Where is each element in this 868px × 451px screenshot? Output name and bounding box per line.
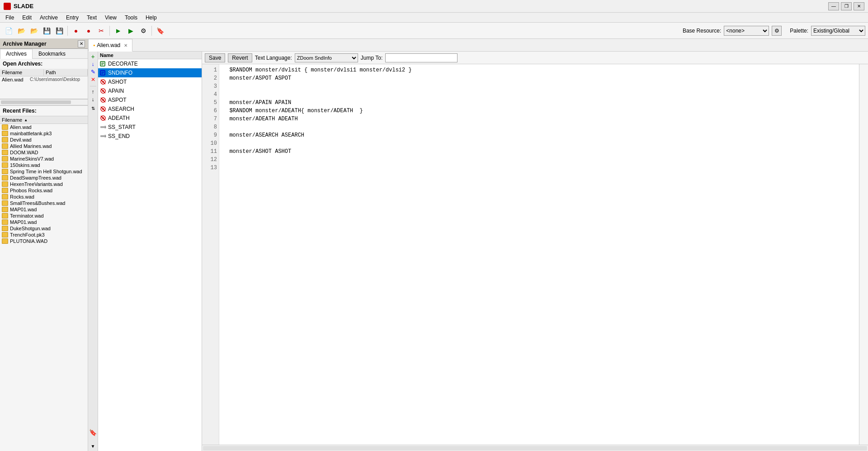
tab-archives[interactable]: Archives (0, 49, 33, 59)
recent-file-row[interactable]: MAP01.wad (0, 219, 88, 225)
menu-view[interactable]: View (101, 14, 120, 22)
entry-row[interactable]: APAIN (98, 86, 202, 95)
entry-row[interactable]: ADEATH (98, 114, 202, 123)
tab-close-button[interactable]: ✕ (124, 43, 127, 48)
restore-button[interactable]: ❐ (841, 2, 852, 10)
minimize-button[interactable]: — (828, 2, 839, 10)
entry-scroll-down-icon[interactable]: ▼ (90, 443, 97, 449)
save-button[interactable]: 💾 (41, 25, 52, 37)
entry-type-icon (100, 133, 106, 139)
menu-entry[interactable]: Entry (62, 14, 82, 22)
h-scrollbar[interactable] (202, 445, 868, 451)
left-hscroll[interactable] (0, 99, 88, 105)
open-recent-button[interactable]: 📂 (28, 25, 40, 37)
recent-file-row[interactable]: TrenchFoot.pk3 (0, 232, 88, 238)
sort-arrow-icon: ▲ (24, 118, 28, 122)
entry-up-icon[interactable]: ↑ (90, 89, 97, 95)
menu-archive[interactable]: Archive (36, 14, 61, 22)
line-number: 10 (204, 139, 217, 147)
recent-file-row[interactable]: mainbattletank.pk3 (0, 130, 88, 137)
entry-type-icon (100, 97, 106, 103)
entry-row[interactable]: SS_END (98, 132, 202, 141)
recent-file-row[interactable]: Rocks.wad (0, 194, 88, 200)
tab-bookmarks[interactable]: Bookmarks (33, 49, 71, 58)
run-btn[interactable]: ▶ (125, 25, 137, 37)
recent-file-row[interactable]: SmallTrees&Bushes.wad (0, 200, 88, 206)
new-button[interactable]: 📄 (3, 25, 14, 37)
line-number: 6 (204, 107, 217, 115)
recent-file-row[interactable]: DeadSwampTrees.wad (0, 175, 88, 181)
code-line (223, 123, 855, 131)
undo-button[interactable]: ● (70, 25, 82, 37)
entry-row[interactable]: ASPOT (98, 95, 202, 104)
entry-add-icon[interactable]: + (90, 53, 97, 60)
recent-file-row[interactable]: Phobos Rocks.wad (0, 187, 88, 194)
code-line (223, 139, 855, 147)
recent-file-row[interactable]: Terminator.wad (0, 213, 88, 219)
save-text-button[interactable]: Save (205, 53, 225, 62)
entry-import-icon[interactable]: ↓ (90, 61, 97, 67)
code-content[interactable]: $RANDOM monster/dvlsit { monster/dvlsi1 … (219, 64, 859, 445)
archive-manager-close-button[interactable]: ✕ (78, 40, 85, 47)
menu-file[interactable]: File (2, 14, 18, 22)
titlebar: SLADE — ❐ ✕ (0, 0, 868, 13)
recent-file-row[interactable]: PLUTONIA.WAD (0, 238, 88, 244)
jump-to-label: Jump To: (361, 55, 382, 61)
menu-help[interactable]: Help (142, 14, 160, 22)
recent-file-row[interactable]: MarineSkinsV7.wad (0, 156, 88, 162)
toolbar-sep-3 (151, 26, 152, 36)
recent-file-row[interactable]: DukeShotgun.wad (0, 225, 88, 232)
open-archive-row[interactable]: Alien.wad C:\Users\mason\Desktop (0, 76, 88, 83)
entry-row[interactable]: ASHOT (98, 77, 202, 86)
recent-file-row[interactable]: MAP01.wad (0, 206, 88, 213)
cut-button[interactable]: ✂ (95, 25, 107, 37)
entry-sort-icon[interactable]: ⇅ (90, 105, 97, 111)
svg-marker-26 (105, 134, 106, 138)
menu-tools[interactable]: Tools (121, 14, 141, 22)
entry-row[interactable]: DECORATE (98, 59, 202, 68)
recent-file-row[interactable]: Spring Time in Hell Shotgun.wad (0, 168, 88, 175)
line-number: 13 (204, 164, 217, 172)
base-resource-select[interactable]: <none> (724, 26, 769, 36)
entry-name: APAIN (108, 88, 124, 94)
recent-file-row[interactable]: Devil.wad (0, 137, 88, 143)
base-resource-gear[interactable]: ⚙ (772, 26, 782, 36)
file-tab-alien-wad[interactable]: ▪ Alien.wad ✕ (88, 39, 132, 52)
entry-rename-icon[interactable]: ✎ (90, 69, 97, 75)
menu-text[interactable]: Text (83, 14, 100, 22)
hscroll-thumb[interactable] (1, 100, 71, 104)
script-btn[interactable]: ⚙ (137, 25, 149, 37)
entry-type-icon (100, 106, 106, 112)
menu-edit[interactable]: Edit (19, 14, 35, 22)
close-button[interactable]: ✕ (854, 2, 864, 10)
entry-bookmark-icon[interactable]: 🔖 (90, 429, 97, 436)
redo-button[interactable]: ● (83, 25, 94, 37)
open-button[interactable]: 📂 (15, 25, 27, 37)
palette-select[interactable]: Existing/Global (811, 26, 865, 36)
jump-to-input[interactable] (385, 53, 458, 62)
recent-file-row[interactable]: Allied Marines.wad (0, 143, 88, 149)
hscroll-bar[interactable] (203, 446, 867, 451)
recent-file-row[interactable]: HexenTreeVariants.wad (0, 181, 88, 187)
entry-row[interactable]: SNDINFO (98, 68, 202, 77)
save-as-button[interactable]: 💾 (53, 25, 65, 37)
entry-down-icon[interactable]: ↓ (90, 96, 97, 103)
entry-row[interactable]: ASEARCH (98, 104, 202, 114)
code-line (223, 82, 855, 90)
base-resource-label: Base Resource: (683, 28, 721, 34)
file-icon (2, 131, 8, 136)
recent-files-list: Alien.wadmainbattletank.pk3Devil.wadAlli… (0, 124, 88, 260)
entry-row[interactable]: SS_START (98, 123, 202, 132)
entry-name: ADEATH (108, 115, 130, 121)
recent-file-row[interactable]: Alien.wad (0, 124, 88, 130)
file-icon (2, 181, 8, 187)
recent-file-row[interactable]: 150skins.wad (0, 162, 88, 168)
revert-text-button[interactable]: Revert (228, 53, 252, 62)
recent-file-name: Devil.wad (10, 137, 32, 142)
gfx-btn[interactable]: ▶ (112, 25, 124, 37)
entry-delete-icon[interactable]: ✕ (90, 76, 97, 83)
entry-type-icon (100, 61, 106, 67)
recent-file-row[interactable]: DOOM.WAD (0, 149, 88, 156)
text-lang-select[interactable]: ZDoom SndInfo (295, 53, 358, 62)
bookmark-btn[interactable]: 🔖 (154, 25, 166, 37)
